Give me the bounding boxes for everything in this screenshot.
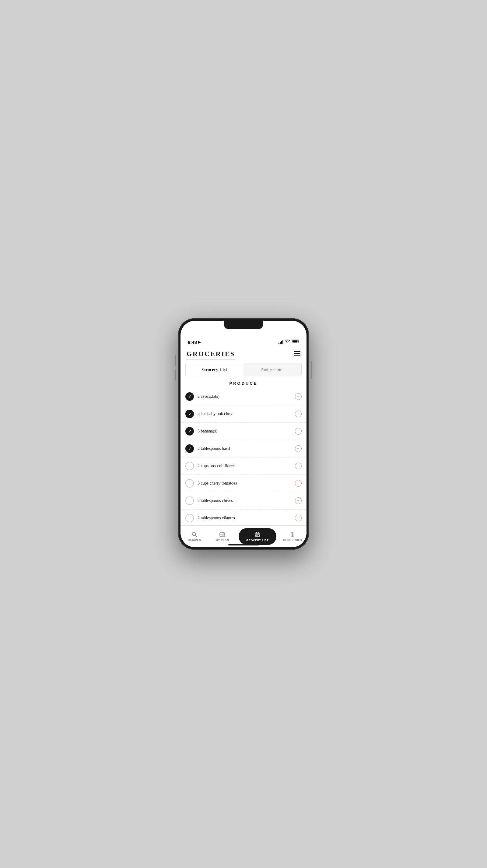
svg-point-15 bbox=[223, 535, 224, 535]
app-header: GROCERIES bbox=[181, 347, 306, 363]
app-title: GROCERIES bbox=[187, 350, 235, 358]
nav-item-resources[interactable]: RESOURCES bbox=[279, 530, 307, 543]
remove-item-button[interactable] bbox=[295, 515, 302, 521]
check-circle[interactable] bbox=[185, 479, 194, 488]
my-plan-icon bbox=[219, 531, 225, 537]
item-label: ½lbs baby bok choy bbox=[194, 411, 295, 416]
status-time: 8:48 ▶ bbox=[188, 340, 201, 345]
check-circle[interactable] bbox=[185, 427, 194, 436]
item-label: 2 tablespoons cilantro bbox=[194, 516, 295, 521]
svg-rect-2 bbox=[293, 341, 298, 343]
list-item: ½lbs baby bok choy bbox=[181, 405, 306, 423]
tabs-container: Grocery List Pantry Guide bbox=[185, 363, 302, 376]
remove-item-button[interactable] bbox=[295, 428, 302, 435]
power-button[interactable] bbox=[311, 361, 312, 379]
remove-item-button[interactable] bbox=[295, 410, 302, 417]
time-display: 8:48 bbox=[188, 340, 197, 345]
list-item: 3 banana(s) bbox=[181, 423, 306, 440]
notch bbox=[224, 321, 263, 329]
item-label: 2 avocado(s) bbox=[194, 394, 295, 399]
nav-items: RECIPES MY PLAN GROCERY LIST RESOURCES bbox=[181, 526, 306, 547]
menu-icon[interactable] bbox=[294, 351, 300, 356]
remove-item-button[interactable] bbox=[295, 480, 302, 487]
status-bar: 8:48 ▶ bbox=[181, 334, 306, 347]
svg-rect-1 bbox=[299, 341, 299, 342]
content-scroll[interactable]: PRODUCE 2 avocado(s)½lbs baby bok choy3 … bbox=[181, 376, 306, 547]
nav-item-recipes[interactable]: RECIPES bbox=[181, 530, 208, 543]
item-label: 2 tablespoons chives bbox=[194, 498, 295, 503]
nav-item-my-plan[interactable]: MY PLAN bbox=[208, 530, 236, 543]
list-item: 2 tablespoons chives bbox=[181, 492, 306, 509]
phone-frame: 8:48 ▶ bbox=[178, 318, 309, 550]
wifi-icon bbox=[285, 340, 290, 344]
check-circle[interactable] bbox=[185, 514, 194, 522]
tab-pantry-guide[interactable]: Pantry Guide bbox=[244, 363, 301, 376]
svg-point-14 bbox=[221, 535, 221, 535]
signal-icon bbox=[279, 340, 284, 344]
remove-item-button[interactable] bbox=[295, 463, 302, 469]
item-label: 3 cups cherry tomatoes bbox=[194, 481, 295, 486]
nav-item-grocery-list[interactable]: GROCERY LIST bbox=[239, 528, 277, 545]
item-label: 2 tablespoons basil bbox=[194, 446, 295, 451]
grocery-items-list: 2 avocado(s)½lbs baby bok choy3 banana(s… bbox=[181, 388, 306, 544]
list-item: 2 cups broccoli florets bbox=[181, 458, 306, 475]
nav-label-recipes: RECIPES bbox=[188, 538, 201, 541]
list-item: 2 tablespoons basil bbox=[181, 440, 306, 458]
list-item: 3 cups cherry tomatoes bbox=[181, 475, 306, 492]
check-circle[interactable] bbox=[185, 392, 194, 401]
tab-pantry-guide-label: Pantry Guide bbox=[260, 367, 285, 372]
remove-item-button[interactable] bbox=[295, 497, 302, 504]
item-fraction: ½ bbox=[198, 412, 200, 416]
svg-point-22 bbox=[292, 533, 293, 533]
section-header-produce: PRODUCE bbox=[181, 376, 306, 388]
volume-up-button[interactable] bbox=[175, 355, 176, 366]
svg-line-8 bbox=[195, 535, 197, 537]
battery-icon bbox=[292, 340, 299, 344]
volume-down-button[interactable] bbox=[175, 369, 176, 380]
location-icon: ▶ bbox=[198, 340, 201, 344]
tab-grocery-list-label: Grocery List bbox=[202, 367, 227, 372]
phone-screen: 8:48 ▶ bbox=[181, 321, 306, 547]
tab-grocery-list[interactable]: Grocery List bbox=[186, 363, 244, 376]
app-title-container: GROCERIES bbox=[187, 350, 235, 360]
svg-point-13 bbox=[222, 535, 223, 536]
nav-label-my-plan: MY PLAN bbox=[216, 538, 229, 541]
nav-label-resources: RESOURCES bbox=[283, 538, 302, 541]
item-label: 2 cups broccoli florets bbox=[194, 464, 295, 468]
home-indicator bbox=[228, 544, 259, 546]
list-item: 2 tablespoons cilantro bbox=[181, 509, 306, 527]
check-circle[interactable] bbox=[185, 496, 194, 505]
title-underline bbox=[187, 359, 235, 360]
remove-item-button[interactable] bbox=[295, 445, 302, 452]
grocery-list-icon bbox=[254, 531, 261, 538]
status-icons bbox=[279, 340, 299, 344]
list-item: 2 avocado(s) bbox=[181, 388, 306, 405]
nav-label-grocery-list: GROCERY LIST bbox=[246, 539, 268, 542]
check-circle[interactable] bbox=[185, 410, 194, 418]
remove-item-button[interactable] bbox=[295, 393, 302, 400]
check-circle[interactable] bbox=[185, 444, 194, 453]
check-circle[interactable] bbox=[185, 462, 194, 470]
resources-icon bbox=[289, 531, 296, 537]
recipes-icon bbox=[191, 531, 198, 537]
item-label: 3 banana(s) bbox=[194, 429, 295, 434]
